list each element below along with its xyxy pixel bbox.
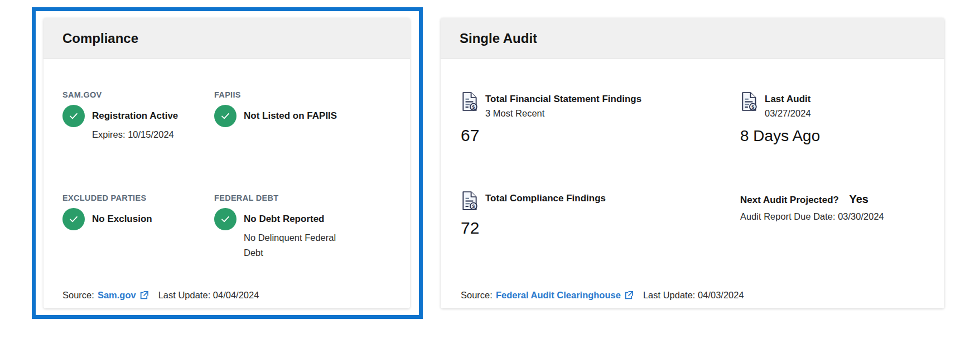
status-detail: No Delinquent Federal Debt xyxy=(244,230,350,260)
svg-text:$: $ xyxy=(751,104,754,110)
status-title: Not Listed on FAPIIS xyxy=(244,105,337,127)
status-detail: Expires: 10/15/2024 xyxy=(92,127,178,142)
document-dollar-icon: $ xyxy=(461,191,479,213)
status-label: FAPIIS xyxy=(214,90,391,99)
metric-value: 72 xyxy=(461,219,740,238)
compliance-card-title: Compliance xyxy=(62,31,138,46)
document-dollar-icon: $ xyxy=(461,91,479,114)
metric-value: 67 xyxy=(461,126,740,145)
compliance-card-body: SAM.GOV Registration Active Expires: 10/… xyxy=(44,59,410,260)
source-link-samgov[interactable]: Sam.gov xyxy=(98,290,136,301)
external-link-icon[interactable] xyxy=(139,290,149,301)
metric-title: Total Financial Statement Findings xyxy=(485,93,641,106)
status-label: FEDERAL DEBT xyxy=(214,193,391,202)
status-label: SAM.GOV xyxy=(62,90,214,99)
source-label: Source: xyxy=(62,290,94,301)
status-item-excluded-parties: EXCLUDED PARTIES No Exclusion xyxy=(62,193,214,260)
metric-subtitle: 03/27/2024 xyxy=(765,106,811,120)
next-audit-answer: Yes xyxy=(849,193,868,205)
metric-compliance-findings: $ Total Compliance Findings 72 xyxy=(461,192,740,238)
dashboard-panel: Compliance SAM.GOV Registration Active E… xyxy=(0,0,980,363)
status-title: No Debt Reported xyxy=(244,208,350,230)
single-audit-card-title: Single Audit xyxy=(460,31,537,46)
compliance-card[interactable]: Compliance SAM.GOV Registration Active E… xyxy=(44,18,410,308)
check-circle-icon xyxy=(214,105,236,127)
single-audit-card-body: $ Total Financial Statement Findings 3 M… xyxy=(441,59,944,238)
document-dollar-icon: $ xyxy=(740,91,758,114)
svg-text:$: $ xyxy=(472,104,475,110)
check-circle-icon xyxy=(62,105,85,127)
metric-title: Last Audit xyxy=(765,93,811,106)
metric-subtitle: 3 Most Recent xyxy=(485,106,641,120)
external-link-icon[interactable] xyxy=(624,290,634,301)
compliance-card-footer: Source: Sam.gov Last Update: 04/04/2024 xyxy=(62,290,259,301)
metric-title: Total Compliance Findings xyxy=(485,192,606,205)
metric-value: 8 Days Ago xyxy=(740,127,924,145)
status-item-federal-debt: FEDERAL DEBT No Debt Reported No Delinqu… xyxy=(214,193,391,260)
status-title: No Exclusion xyxy=(92,208,152,230)
svg-text:$: $ xyxy=(472,204,475,209)
source-link-federal-audit-clearinghouse[interactable]: Federal Audit Clearinghouse xyxy=(496,290,621,301)
status-item-sam-gov: SAM.GOV Registration Active Expires: 10/… xyxy=(62,90,214,142)
audit-report-due-date: Audit Report Due Date: 03/30/2024 xyxy=(740,211,924,222)
status-title: Registration Active xyxy=(92,105,178,127)
single-audit-card[interactable]: Single Audit $ xyxy=(441,18,944,308)
compliance-card-selection-outline: Compliance SAM.GOV Registration Active E… xyxy=(32,7,423,319)
status-label: EXCLUDED PARTIES xyxy=(62,193,214,202)
last-update-text: Last Update: 04/04/2024 xyxy=(158,290,259,301)
compliance-card-header: Compliance xyxy=(44,18,410,59)
check-circle-icon xyxy=(214,208,236,230)
next-audit-projected: Next Audit Projected? Yes Audit Report D… xyxy=(740,192,924,238)
next-audit-question: Next Audit Projected? xyxy=(740,195,839,205)
metric-last-audit: $ Last Audit 03/27/2024 8 Days Ago xyxy=(740,93,924,145)
source-label: Source: xyxy=(461,290,493,301)
single-audit-card-footer: Source: Federal Audit Clearinghouse Last… xyxy=(461,290,744,301)
single-audit-card-header: Single Audit xyxy=(441,18,944,59)
status-item-fapiis: FAPIIS Not Listed on FAPIIS xyxy=(214,90,391,142)
check-circle-icon xyxy=(62,208,85,230)
last-update-text: Last Update: 04/03/2024 xyxy=(643,290,744,301)
metric-financial-statement-findings: $ Total Financial Statement Findings 3 M… xyxy=(461,93,740,145)
